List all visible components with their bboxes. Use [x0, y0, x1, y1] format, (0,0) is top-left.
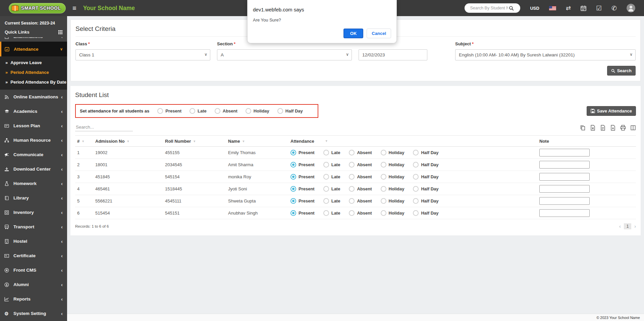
set-all-option[interactable]: Holiday — [246, 108, 269, 114]
grid-icon[interactable] — [58, 30, 62, 34]
attendance-radio[interactable] — [349, 150, 355, 155]
student-search-box[interactable] — [465, 3, 520, 13]
set-all-option[interactable]: Absent — [215, 108, 237, 114]
search-button[interactable]: Search — [607, 66, 636, 76]
student-search-input[interactable] — [469, 5, 509, 11]
attendance-option[interactable]: Late — [323, 162, 340, 168]
attendance-option[interactable]: Absent — [349, 174, 372, 180]
sidebar-item-front-cms[interactable]: Front CMS ‹ — [0, 263, 67, 277]
note-input[interactable] — [539, 197, 590, 205]
attendance-option[interactable]: Holiday — [381, 186, 405, 192]
attendance-radio[interactable] — [290, 198, 296, 204]
sidebar-item-system-setting[interactable]: ⚙ System Setting ‹ — [0, 306, 67, 321]
attendance-option[interactable]: Holiday — [381, 162, 405, 168]
sidebar-item-transport[interactable]: Transport ‹ — [0, 220, 67, 234]
set-all-radio[interactable] — [190, 108, 195, 114]
column-header-sno[interactable]: #▼ — [75, 139, 95, 144]
attendance-radio[interactable] — [323, 210, 329, 216]
attendance-option[interactable]: Half Day — [413, 210, 438, 216]
csv-file-icon[interactable] — [600, 125, 606, 131]
note-input[interactable] — [539, 185, 590, 193]
sidebar-item-lesson-plan[interactable]: Lesson Plan ‹ — [0, 119, 67, 133]
search-icon[interactable] — [509, 6, 514, 11]
save-attendance-button[interactable]: Save Attendance — [587, 106, 636, 116]
section-select[interactable]: A — [217, 49, 352, 60]
whatsapp-icon[interactable]: ✆ — [611, 5, 617, 11]
sidebar-item-academics[interactable]: Academics ‹ — [0, 104, 67, 119]
set-all-radio[interactable] — [215, 108, 220, 114]
attendance-option[interactable]: Present — [290, 162, 315, 168]
attendance-radio[interactable] — [381, 162, 386, 168]
copy-icon[interactable] — [580, 125, 586, 131]
next-page-arrow[interactable]: › — [634, 224, 636, 229]
attendance-radio[interactable] — [349, 210, 355, 216]
attendance-radio[interactable] — [413, 198, 419, 204]
sidebar-subitem-period-attendance[interactable]: » Period Attendance — [0, 67, 67, 77]
attendance-option[interactable]: Half Day — [413, 198, 438, 204]
sidebar-item-library[interactable]: Library ‹ — [0, 191, 67, 205]
attendance-radio[interactable] — [381, 150, 386, 155]
attendance-radio[interactable] — [290, 186, 296, 192]
set-all-option[interactable]: Present — [157, 108, 181, 114]
attendance-radio[interactable] — [381, 174, 386, 180]
sidebar-item-homework[interactable]: Homework ‹ — [0, 176, 67, 191]
set-all-radio[interactable] — [246, 108, 251, 114]
attendance-option[interactable]: Absent — [349, 162, 372, 168]
attendance-option[interactable]: Late — [323, 150, 340, 155]
subject-select[interactable]: English (10:00 AM- 10:40 AM) By Suresh L… — [455, 49, 636, 60]
attendance-radio[interactable] — [413, 150, 419, 155]
swap-arrows-icon[interactable]: ⇄ — [566, 5, 571, 11]
note-input[interactable] — [539, 209, 590, 217]
hamburger-menu-icon[interactable]: ≡ — [72, 5, 76, 11]
attendance-radio[interactable] — [323, 150, 329, 155]
sidebar-subitem-period-attendance-by-date[interactable]: » Period Attendance By Date — [0, 77, 67, 87]
excel-export-icon[interactable] — [590, 125, 596, 131]
attendance-radio[interactable] — [413, 210, 419, 216]
attendance-radio[interactable] — [323, 186, 329, 192]
attendance-option[interactable]: Late — [323, 174, 340, 180]
attendance-option[interactable]: Late — [323, 210, 340, 216]
attendance-radio[interactable] — [323, 198, 329, 204]
sidebar-item-alumni[interactable]: Alumni ‹ — [0, 277, 67, 292]
attendance-radio[interactable] — [381, 198, 386, 204]
attendance-radio[interactable] — [413, 174, 419, 180]
attendance-radio[interactable] — [349, 162, 355, 168]
attendance-option[interactable]: Half Day — [413, 162, 438, 168]
note-input[interactable] — [539, 173, 590, 181]
column-header-roll-number[interactable]: Roll Number▼ — [165, 139, 228, 144]
attendance-option[interactable]: Half Day — [413, 150, 438, 155]
dialog-cancel-button[interactable]: Cancel — [367, 29, 391, 38]
logo-box[interactable]: SMART SCHOOL — [0, 3, 67, 13]
sidebar-item-examinations[interactable]: Examinations ‹ — [0, 37, 67, 42]
attendance-option[interactable]: Present — [290, 210, 315, 216]
column-header-admission-no[interactable]: Admission No▼ — [95, 139, 165, 144]
attendance-option[interactable]: Late — [323, 186, 340, 192]
attendance-option[interactable]: Holiday — [381, 198, 405, 204]
attendance-option[interactable]: Absent — [349, 198, 372, 204]
sidebar-item-attendance[interactable]: Attendance ∨ — [1, 42, 67, 56]
table-search-input[interactable] — [75, 123, 133, 131]
attendance-radio[interactable] — [290, 162, 296, 168]
user-avatar[interactable] — [627, 4, 635, 12]
attendance-option[interactable]: Holiday — [381, 150, 405, 155]
currency-label[interactable]: USD — [530, 6, 539, 11]
set-all-radio[interactable] — [157, 108, 163, 114]
attendance-radio[interactable] — [349, 198, 355, 204]
attendance-radio[interactable] — [413, 186, 419, 192]
quick-links[interactable]: Quick Links — [0, 27, 67, 37]
pdf-export-icon[interactable] — [610, 125, 616, 131]
language-flag-icon[interactable] — [549, 6, 556, 10]
attendance-option[interactable]: Holiday — [381, 174, 405, 180]
print-icon[interactable] — [620, 125, 626, 131]
page-number[interactable]: 1 — [624, 223, 632, 229]
sidebar-item-online-examinations[interactable]: Online Examinations ‹ — [0, 90, 67, 104]
attendance-radio[interactable] — [323, 162, 329, 168]
column-header-attendance[interactable]: Attendance▼ — [290, 139, 539, 144]
sidebar-item-inventory[interactable]: Inventory ‹ — [0, 205, 67, 220]
attendance-option[interactable]: Absent — [349, 186, 372, 192]
attendance-radio[interactable] — [413, 162, 419, 168]
attendance-option[interactable]: Absent — [349, 210, 372, 216]
attendance-option[interactable]: Present — [290, 198, 315, 204]
sidebar-item-human-resource[interactable]: Human Resource ‹ — [0, 133, 67, 147]
tasks-check-icon[interactable]: ☑ — [596, 5, 602, 11]
